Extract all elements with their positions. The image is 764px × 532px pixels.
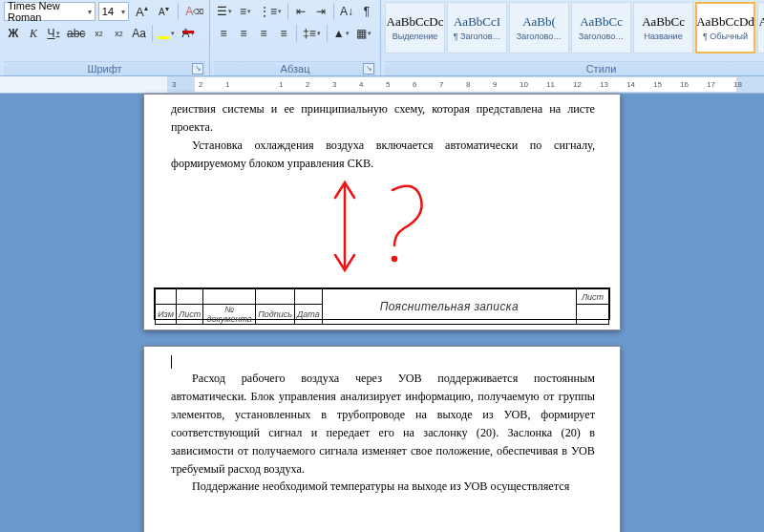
style-item[interactable]: AaBbCcDd¶ Обычный (695, 2, 755, 53)
sort-button[interactable]: A↓ (337, 2, 356, 21)
style-label: Заголово… (512, 32, 566, 41)
strike-button[interactable]: abc (64, 24, 88, 43)
style-label: ¶ Обычный (699, 32, 752, 41)
user-annotation (326, 171, 450, 287)
stamp-cell: Дата (294, 305, 322, 325)
numbering-button[interactable]: ≡▾ (236, 2, 255, 21)
paragraph: деиствия системы и ее принципиальную схе… (171, 100, 595, 137)
separator (287, 3, 288, 20)
style-preview: AaBbCc (580, 14, 623, 30)
group-styles-label: Стили ↘ (385, 61, 764, 75)
font-name-combo[interactable]: Times New Roman ▾ (4, 2, 96, 21)
style-label: Подзаг (760, 32, 764, 41)
style-preview: AaBbCcDc (387, 14, 444, 30)
group-font-label: Шрифт ↘ (4, 61, 205, 75)
style-preview: AaBbCcDd (696, 14, 754, 30)
group-paragraph-label: Абзац ↘ (214, 61, 376, 75)
clear-format-button[interactable]: A⌫ (183, 2, 205, 21)
style-item[interactable]: AaBb(Заголово… (509, 2, 569, 53)
highlight-button[interactable]: ▾ (156, 24, 178, 43)
font-dialog-launcher[interactable]: ↘ (192, 63, 203, 74)
text-cursor (171, 355, 172, 369)
group-paragraph: ☰▾ ≡▾ ⋮≡▾ ⇤ ⇥ A↓ ¶ ≡ ≡ ≡ ≡ ‡≡▾ ▲▾ ▦▾ (210, 0, 381, 75)
document-page[interactable]: Расход рабочего воздуха через УОВ поддер… (143, 346, 621, 532)
align-justify-button[interactable]: ≡ (274, 24, 293, 43)
document-page[interactable]: деиствия системы и ее принципиальную схе… (143, 94, 621, 330)
style-item[interactable]: AaBbCcDcПодзаг (757, 2, 764, 53)
font-size-combo[interactable]: 14 ▾ (98, 2, 130, 21)
font-size-value: 14 (102, 6, 114, 17)
paragraph: Установка охлаждения воздуха включается … (171, 137, 595, 173)
stamp-cell: Подпись (256, 305, 295, 325)
group-font: Times New Roman ▾ 14 ▾ A▴ A▾ A⌫ Ж К Ч▾ a… (0, 0, 210, 75)
separator (296, 25, 297, 42)
stamp-cell: Изм (156, 305, 177, 325)
subscript-button[interactable]: x2 (89, 24, 108, 43)
bold-button[interactable]: Ж (4, 24, 23, 43)
indent-dec-button[interactable]: ⇤ (291, 2, 310, 21)
separator (327, 25, 328, 42)
multilevel-button[interactable]: ⋮≡▾ (256, 2, 285, 21)
paragraph-dialog-launcher[interactable]: ↘ (363, 63, 374, 74)
borders-button[interactable]: ▦▾ (353, 24, 374, 43)
indent-inc-button[interactable]: ⇥ (311, 2, 330, 21)
paragraph: Поддержание необходимой температуры на в… (171, 478, 595, 496)
shrink-font-button[interactable]: A▾ (154, 2, 173, 21)
grow-font-button[interactable]: A▴ (132, 2, 151, 21)
underline-button[interactable]: Ч▾ (44, 24, 63, 43)
paragraph: Расход рабочего воздуха через УОВ поддер… (171, 370, 595, 478)
chevron-down-icon: ▾ (88, 8, 92, 16)
show-marks-button[interactable]: ¶ (357, 2, 376, 21)
horizontal-ruler[interactable]: 321123456789101112131415161718 (0, 76, 764, 94)
change-case-button[interactable]: Aa (129, 24, 149, 43)
separator (152, 25, 153, 42)
stamp-cell: № документа (203, 305, 256, 325)
document-workspace[interactable]: 321123456789101112131415161718 деиствия … (0, 76, 764, 532)
shading-button[interactable]: ▲▾ (330, 24, 352, 43)
body-text[interactable]: деиствия системы и ее принципиальную схе… (144, 95, 620, 173)
style-label: ¶ Заголов… (450, 32, 504, 41)
style-preview: AaBbCc (642, 14, 685, 30)
chevron-down-icon: ▾ (121, 8, 125, 16)
style-preview: AaBbCcDc (759, 14, 764, 30)
style-label: Заголово… (574, 32, 628, 41)
style-label: Название (636, 32, 690, 41)
superscript-button[interactable]: x2 (109, 24, 128, 43)
ribbon: Times New Roman ▾ 14 ▾ A▴ A▾ A⌫ Ж К Ч▾ a… (0, 0, 764, 76)
style-preview: AaBbCcI (454, 14, 500, 30)
bullets-button[interactable]: ☰▾ (214, 2, 235, 21)
font-name-value: Times New Roman (8, 0, 88, 23)
style-preview: AaBb( (522, 14, 556, 30)
align-center-button[interactable]: ≡ (234, 24, 253, 43)
separator (333, 3, 334, 20)
line-spacing-button[interactable]: ‡≡▾ (300, 24, 324, 43)
style-label: Выделение (388, 32, 442, 41)
title-block: Пояснительная записка Лист Изм Лист № до… (154, 287, 610, 320)
style-item[interactable]: AaBbCcDcВыделение (385, 2, 445, 53)
font-color-button[interactable]: A▾ (179, 24, 198, 43)
stamp-title: Пояснительная записка (322, 289, 576, 325)
align-left-button[interactable]: ≡ (214, 24, 233, 43)
italic-button[interactable]: К (24, 24, 43, 43)
stamp-sheet-label: Лист (577, 289, 609, 305)
stamp-cell: Лист (177, 305, 203, 325)
style-item[interactable]: AaBbCcНазвание (633, 2, 693, 53)
align-right-button[interactable]: ≡ (254, 24, 273, 43)
styles-gallery[interactable]: AaBbCcDcВыделениеAaBbCcI¶ Заголов…AaBb(З… (385, 2, 764, 55)
style-item[interactable]: AaBbCcI¶ Заголов… (447, 2, 507, 53)
body-text[interactable]: Расход рабочего воздуха через УОВ поддер… (144, 347, 620, 496)
separator (178, 3, 179, 20)
svg-point-1 (393, 257, 396, 261)
group-styles: AaBbCcDcВыделениеAaBbCcI¶ Заголов…AaBb(З… (381, 0, 764, 75)
style-item[interactable]: AaBbCcЗаголово… (571, 2, 631, 53)
